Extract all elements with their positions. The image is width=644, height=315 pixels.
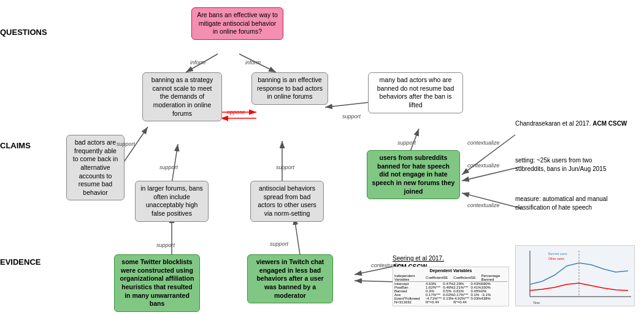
svg-text:Banned users: Banned users bbox=[548, 252, 567, 256]
label-questions: QUESTIONS bbox=[0, 28, 34, 37]
node-false-positives: in larger forums, bans often include una… bbox=[135, 181, 209, 222]
node-antisocial-spread: antisocial behaviors spread from bad act… bbox=[250, 181, 324, 222]
label-contextualize1: contextualize bbox=[467, 140, 500, 146]
node-subreddits-banned: users from subreddits banned for hate sp… bbox=[367, 150, 460, 199]
label-support6: support bbox=[270, 241, 288, 247]
label-inform2: inform bbox=[245, 59, 261, 66]
ref-measure: measure: automatical and manual classifi… bbox=[515, 195, 623, 212]
node-bad-actors-return: bad actors are frequently able to come b… bbox=[66, 135, 125, 200]
label-claims: CLAIMS bbox=[0, 141, 34, 150]
node-banning-scale: banning as a strategy cannot scale to me… bbox=[142, 72, 222, 121]
node-many-not-resume: many bad actors who are banned do not re… bbox=[368, 72, 463, 113]
ref-chandrasekaran: Chandrasekaran et al 2017. ACM CSCW bbox=[515, 120, 629, 128]
ref-setting: setting: ~25k users from two subreddits,… bbox=[515, 156, 623, 173]
node-banning-effective: banning is an effective response to bad … bbox=[251, 72, 328, 105]
label-support7: support bbox=[156, 242, 175, 248]
diagram-container: QUESTIONS CLAIMS EVIDENCE Are bans an ef… bbox=[0, 0, 644, 315]
node-twitter-blocklists: some Twitter blocklists were constructed… bbox=[114, 254, 200, 312]
svg-text:Time: Time bbox=[533, 301, 540, 305]
regression-table: Dependent Variables Independent Variable… bbox=[393, 267, 509, 306]
label-inform1: inform bbox=[190, 59, 205, 66]
label-contextualize3: contextualize bbox=[467, 202, 500, 208]
label-support5: support bbox=[397, 140, 416, 146]
label-support1: support bbox=[117, 141, 135, 147]
svg-line-11 bbox=[294, 218, 301, 259]
label-support4: support bbox=[342, 113, 361, 120]
label-support2: support bbox=[159, 164, 178, 170]
node-main-question: Are bans an effective way to mitigate an… bbox=[191, 7, 283, 40]
label-oppose: oppose bbox=[227, 109, 245, 115]
svg-text:Other users: Other users bbox=[548, 257, 565, 260]
svg-line-14 bbox=[462, 167, 521, 181]
label-support3: support bbox=[276, 164, 294, 170]
node-twitch-viewers: viewers in Twitch chat engaged in less b… bbox=[247, 254, 333, 303]
line-chart: Time Banned users Other users bbox=[515, 245, 635, 306]
label-contextualize2: contextualize bbox=[467, 162, 500, 169]
label-evidence: EVIDENCE bbox=[0, 257, 34, 267]
chart-svg: Time Banned users Other users bbox=[518, 248, 634, 305]
